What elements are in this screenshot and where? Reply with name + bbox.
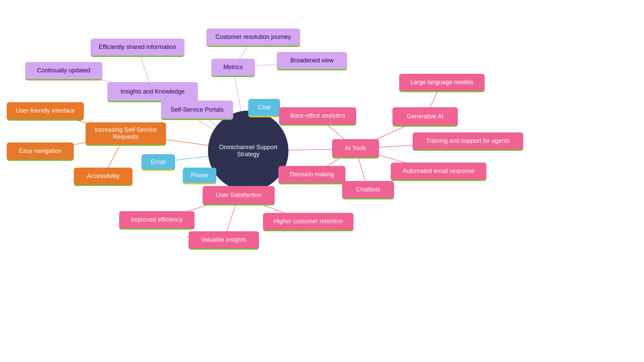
node-label-accessibility: Accessibility	[87, 173, 119, 180]
node-valuable-insights: Valuable insights	[189, 231, 259, 250]
node-label-automated-email: Automated email response	[402, 168, 474, 175]
node-label-improved-efficiency: Improved efficiency	[131, 216, 183, 223]
mind-map: Omnichannel Support Strategy Insights an…	[0, 0, 644, 362]
node-label-higher-customer-retention: Higher customer retention	[273, 218, 343, 225]
center-node: Omnichannel Support Strategy	[208, 111, 288, 191]
node-metrics: Metrics	[211, 59, 255, 77]
node-large-language-models: Large language models	[399, 74, 485, 92]
node-user-satisfaction: User Satisfaction	[203, 186, 275, 205]
node-email: Email	[142, 154, 175, 171]
node-label-large-language-models: Large language models	[410, 79, 473, 86]
node-ai-tools: AI Tools	[332, 139, 379, 159]
node-accessibility: Accessibility	[74, 168, 132, 186]
node-label-broadened-view: Broadened view	[290, 57, 333, 64]
node-broadened-view: Broadened view	[277, 52, 347, 70]
node-easy-navigation: Easy navigation	[7, 142, 74, 161]
node-label-decision-making: Decision making	[290, 171, 334, 178]
node-label-self-service-portals: Self-Service Portals	[170, 106, 223, 113]
node-label-back-office-analytics: Back-office analytics	[290, 112, 345, 119]
node-label-phone: Phone	[191, 172, 208, 179]
node-continually-updated: Continually updated	[25, 62, 102, 80]
node-chatbots: Chatbots	[342, 181, 394, 199]
node-label-user-friendly: User-friendly interface	[16, 107, 75, 114]
node-label-insights-knowledge: Insights and Knowledge	[120, 88, 184, 95]
node-automated-email: Automated email response	[391, 163, 486, 181]
node-back-office-analytics: Back-office analytics	[279, 107, 356, 126]
node-label-customer-resolution: Customer resolution journey	[215, 34, 291, 41]
center-label: Omnichannel Support Strategy	[208, 144, 288, 158]
node-higher-customer-retention: Higher customer retention	[263, 213, 354, 231]
node-label-chatbots: Chatbots	[356, 186, 380, 193]
node-decision-making: Decision making	[278, 166, 345, 184]
node-label-chat: Chat	[258, 104, 270, 111]
node-label-email: Email	[151, 159, 166, 166]
node-customer-resolution: Customer resolution journey	[206, 28, 300, 47]
node-increasing-self-service: Increasing Self-Service Requests	[86, 122, 166, 146]
node-phone: Phone	[183, 168, 216, 184]
node-generative-ai: Generative AI	[392, 107, 458, 127]
node-insights-knowledge: Insights and Knowledge	[107, 82, 198, 102]
node-label-efficiently-shared: Efficiently shared information	[99, 44, 176, 51]
node-label-continually-updated: Continually updated	[37, 67, 90, 74]
node-label-metrics: Metrics	[223, 64, 243, 71]
node-label-training-support: Training and support for agents	[426, 137, 510, 144]
node-self-service-portals: Self-Service Portals	[161, 101, 233, 120]
node-label-user-satisfaction: User Satisfaction	[216, 192, 261, 199]
node-efficiently-shared: Efficiently shared information	[91, 39, 184, 57]
node-label-generative-ai: Generative AI	[407, 113, 443, 120]
node-label-increasing-self-service: Increasing Self-Service Requests	[92, 126, 160, 140]
node-chat: Chat	[248, 99, 280, 117]
node-label-valuable-insights: Valuable insights	[201, 236, 247, 243]
node-user-friendly: User-friendly interface	[7, 102, 84, 121]
node-training-support: Training and support for agents	[413, 132, 523, 151]
node-label-easy-navigation: Easy navigation	[19, 147, 61, 155]
node-label-ai-tools: AI Tools	[345, 145, 366, 152]
node-improved-efficiency: Improved efficiency	[119, 211, 195, 230]
